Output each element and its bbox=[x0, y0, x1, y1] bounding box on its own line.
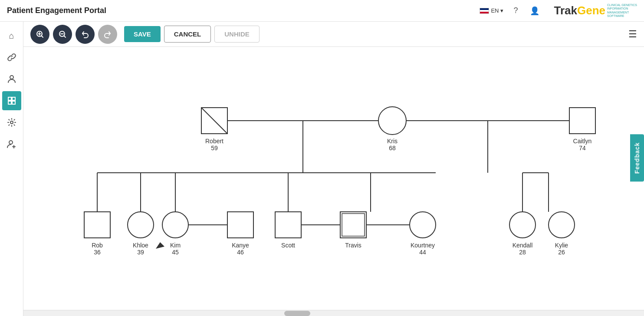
hamburger-menu[interactable]: ☰ bbox=[628, 29, 637, 40]
kim-symbol[interactable] bbox=[162, 212, 188, 238]
redo-button[interactable] bbox=[98, 25, 117, 44]
rob-symbol[interactable] bbox=[84, 212, 110, 238]
robert-name: Robert bbox=[205, 138, 223, 145]
sidebar-item-pedigree[interactable] bbox=[2, 91, 21, 110]
sidebar-item-add-person[interactable] bbox=[2, 135, 21, 154]
header-right: EN ▾ ? 👤 TrakGene Clinical Genetics Info… bbox=[480, 3, 637, 18]
kris-symbol[interactable] bbox=[378, 107, 406, 135]
kanye-age: 46 bbox=[237, 249, 244, 256]
kim-age: 45 bbox=[172, 249, 179, 256]
account-icon[interactable]: 👤 bbox=[528, 4, 542, 18]
kourtney-age: 44 bbox=[419, 249, 426, 256]
language-selector[interactable]: EN ▾ bbox=[480, 7, 503, 14]
kanye-name: Kanye bbox=[232, 242, 249, 249]
svg-point-5 bbox=[10, 121, 13, 124]
person-icon bbox=[7, 74, 16, 84]
logo: TrakGene Clinical Genetics Information M… bbox=[554, 3, 637, 18]
logo-trak: Trak bbox=[554, 4, 577, 17]
save-button[interactable]: SAVE bbox=[124, 26, 161, 42]
page-title: Patient Engagement Portal bbox=[7, 6, 480, 15]
flag-icon bbox=[480, 8, 489, 14]
khloe-age: 39 bbox=[137, 249, 144, 256]
zoom-in-button[interactable] bbox=[30, 25, 49, 44]
unhide-button[interactable]: UNHIDE bbox=[214, 26, 260, 43]
travis-inner-border bbox=[342, 214, 365, 236]
link-icon bbox=[7, 53, 16, 62]
kim-name: Kim bbox=[170, 242, 181, 249]
cancel-button[interactable]: CANCEL bbox=[164, 26, 211, 43]
pedigree-svg: Robert 59 Kris 68 Caitlyn 74 bbox=[23, 47, 631, 290]
add-person-icon bbox=[7, 139, 16, 149]
kourtney-symbol[interactable] bbox=[410, 212, 436, 238]
pedigree-icon bbox=[7, 96, 16, 105]
logo-subtitle: Clinical Genetics Information Management… bbox=[607, 3, 637, 18]
sidebar: ⌂ bbox=[0, 22, 23, 316]
svg-rect-2 bbox=[12, 97, 15, 100]
khloe-name: Khloe bbox=[133, 242, 148, 249]
kris-name: Kris bbox=[387, 138, 398, 145]
scroll-bar[interactable] bbox=[23, 310, 644, 316]
rob-name: Rob bbox=[92, 242, 103, 249]
travis-symbol[interactable] bbox=[340, 212, 366, 238]
kris-age: 68 bbox=[389, 145, 396, 151]
pedigree-area: Robert 59 Kris 68 Caitlyn 74 bbox=[23, 47, 631, 290]
zoom-out-icon bbox=[58, 30, 67, 39]
kendall-symbol[interactable] bbox=[509, 212, 536, 238]
feedback-tab[interactable]: Feedback bbox=[630, 135, 644, 182]
svg-rect-1 bbox=[8, 97, 11, 100]
kanye-symbol[interactable] bbox=[227, 212, 253, 238]
toolbar: SAVE CANCEL UNHIDE bbox=[0, 22, 644, 47]
scott-name: Scott bbox=[281, 242, 295, 249]
svg-line-9 bbox=[201, 108, 227, 134]
kylie-name: Kylie bbox=[555, 242, 568, 249]
robert-age: 59 bbox=[211, 145, 218, 151]
kylie-age: 26 bbox=[558, 249, 565, 256]
lang-label: EN bbox=[491, 7, 499, 14]
undo-icon bbox=[81, 30, 89, 39]
svg-point-0 bbox=[10, 76, 13, 79]
sidebar-item-home[interactable]: ⌂ bbox=[2, 26, 21, 45]
caitlyn-age: 74 bbox=[579, 145, 586, 151]
logo-gene: Gene bbox=[577, 4, 605, 17]
gear-icon bbox=[7, 118, 16, 127]
sidebar-item-person[interactable] bbox=[2, 69, 21, 89]
undo-button[interactable] bbox=[76, 25, 95, 44]
svg-rect-4 bbox=[12, 101, 15, 104]
caitlyn-symbol[interactable] bbox=[569, 108, 595, 134]
khloe-symbol[interactable] bbox=[128, 212, 154, 238]
redo-icon bbox=[103, 30, 112, 39]
sidebar-item-link[interactable] bbox=[2, 48, 21, 67]
scott-symbol[interactable] bbox=[275, 212, 301, 238]
kylie-symbol[interactable] bbox=[549, 212, 575, 238]
zoom-out-button[interactable] bbox=[53, 25, 72, 44]
zoom-in-icon bbox=[36, 30, 44, 39]
svg-rect-3 bbox=[8, 101, 11, 104]
svg-point-6 bbox=[9, 141, 13, 144]
proband-arrow bbox=[156, 242, 164, 249]
kendall-age: 28 bbox=[519, 249, 526, 256]
kourtney-name: Kourtney bbox=[411, 242, 435, 249]
caitlyn-name: Caitlyn bbox=[573, 138, 592, 145]
main-content: Robert 59 Kris 68 Caitlyn 74 bbox=[23, 47, 644, 303]
scroll-thumb[interactable] bbox=[284, 311, 310, 316]
sidebar-item-settings[interactable] bbox=[2, 113, 21, 132]
header: Patient Engagement Portal EN ▾ ? 👤 TrakG… bbox=[0, 0, 644, 22]
kendall-name: Kendall bbox=[513, 242, 533, 249]
rob-age: 36 bbox=[94, 249, 101, 256]
lang-dropdown-icon: ▾ bbox=[500, 7, 503, 14]
help-icon[interactable]: ? bbox=[509, 4, 522, 18]
travis-name: Travis bbox=[345, 242, 361, 249]
